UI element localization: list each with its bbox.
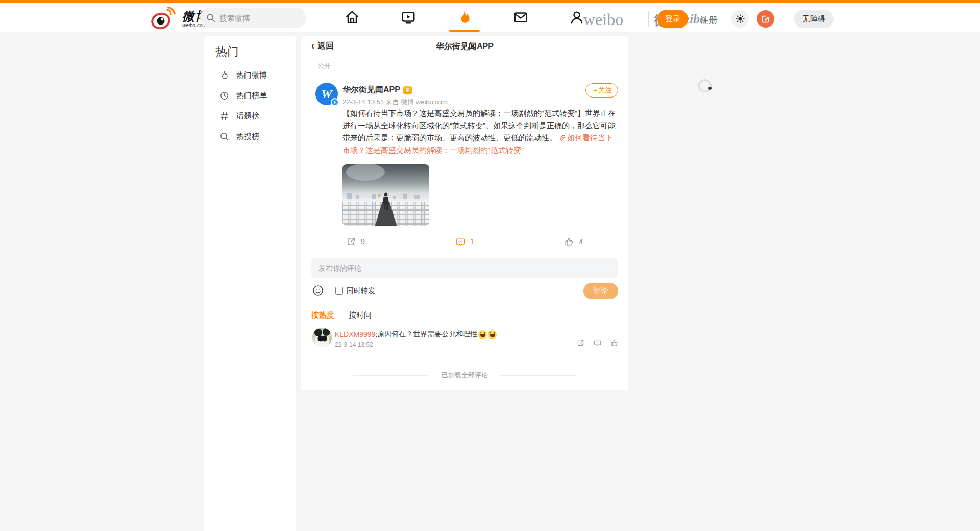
profile-icon[interactable] [569, 10, 584, 25]
sun-icon [736, 14, 745, 23]
card-header: ‹ 返回 华尔街见闻APP [301, 36, 628, 57]
vip-crown-icon: ♛ [403, 86, 412, 94]
verified-badge-icon: V [331, 98, 339, 106]
divider [301, 252, 628, 252]
compose-button[interactable] [757, 10, 774, 28]
end-note-text: 已加载全部评论 [442, 371, 488, 380]
comment-bubble-icon [455, 237, 465, 247]
post-detail-card: ‹ 返回 华尔街见闻APP 公开 W V 华尔街见闻APP ♛ 22-3-14 … [301, 36, 628, 390]
theme-toggle-button[interactable] [731, 10, 749, 28]
top-navbar: 微博 weibo.com [0, 0, 980, 32]
topbar-divider [782, 11, 782, 27]
sidebar-item-hot-weibo[interactable]: 热门微博 [204, 65, 296, 85]
all-comments-loaded-note: 已加载全部评论 [301, 371, 628, 380]
sidebar-item-hot-ranking[interactable]: 热门榜单 [204, 85, 296, 106]
brand-divider [648, 11, 649, 27]
hot-fire-icon[interactable] [457, 10, 472, 25]
sidebar-item-label: 话题榜 [236, 111, 259, 121]
comment-time: 22-3-14 13:52 [335, 341, 373, 348]
visibility-label: 公开 [317, 61, 331, 70]
tab-sort-by-time[interactable]: 按时间 [349, 310, 372, 320]
composer-row: 同时转发 评论 [311, 282, 618, 300]
repost-count: 9 [361, 237, 365, 246]
sidebar-item-hot-search[interactable]: 热搜榜 [204, 126, 296, 147]
register-link[interactable]: 注册 [700, 14, 718, 26]
sidebar-item-label: 热门微博 [236, 70, 267, 80]
post-action-bar: 9 1 4 [301, 231, 628, 252]
like-action[interactable]: 4 [519, 231, 628, 252]
hash-icon [219, 111, 229, 121]
sidebar-title: 热门 [204, 36, 296, 65]
clock-icon [219, 91, 229, 101]
comment-text: 原因何在？世界需要公允和理性 [377, 330, 477, 339]
search-box[interactable] [200, 8, 306, 28]
brand-weibo-serif: weibo [583, 10, 623, 29]
loading-spinner [698, 79, 712, 92]
author-row: 华尔街见闻APP ♛ [342, 85, 412, 95]
author-avatar[interactable]: W V [315, 83, 338, 105]
flame-icon [219, 70, 229, 80]
comment-input[interactable] [311, 258, 618, 278]
mail-icon[interactable] [513, 10, 528, 25]
weibo-logo[interactable]: 微博 weibo.com [151, 6, 208, 32]
comment-row: KLDXM9999:原因何在？世界需要公允和理性 [335, 330, 497, 339]
author-name[interactable]: 华尔街见闻APP [342, 85, 400, 95]
repost-toggle-label[interactable]: 同时转发 [347, 286, 375, 296]
maze-man-picture [342, 164, 429, 226]
comment-action[interactable]: 1 [410, 231, 520, 252]
thumb-up-icon [565, 237, 574, 246]
sidebar-item-label: 热搜榜 [236, 132, 259, 141]
sidebar-item-topic-ranking[interactable]: 话题榜 [204, 106, 296, 126]
comment-actions [568, 339, 618, 347]
laugh-emoji-icon [488, 330, 497, 339]
submit-comment-button[interactable]: 评论 [583, 283, 618, 299]
tab-sort-by-hot[interactable]: 按热度 [311, 310, 334, 320]
hot-sidebar: 热门 热门微博 热门榜单 话题榜 [204, 36, 296, 531]
post-image[interactable] [342, 164, 429, 226]
divider [301, 304, 628, 304]
search-icon [206, 13, 215, 22]
repost-checkbox[interactable] [335, 287, 343, 295]
home-icon[interactable] [345, 10, 360, 25]
compose-pencil-icon [761, 14, 770, 23]
comment-sort-tabs: 按热度 按时间 [311, 310, 386, 320]
commenter-name[interactable]: KLDXM9999 [335, 330, 375, 339]
sidebar-item-label: 热门榜单 [236, 91, 267, 101]
divider [353, 375, 429, 376]
emoji-picker-icon[interactable] [312, 285, 324, 296]
post-text: 【如何看待当下市场？这是高盛交易员的解读：一场剧烈的“范式转变”】世界正在进行一… [342, 107, 616, 156]
divider [500, 375, 577, 376]
like-count: 4 [579, 237, 583, 246]
post-time-source: 22-3-14 13:51 来自 微博 weibo.com [342, 98, 448, 107]
comment-count: 1 [470, 237, 474, 246]
video-icon[interactable] [401, 10, 416, 25]
follow-button[interactable]: ＋关注 [585, 83, 618, 98]
login-button[interactable]: 登录 [657, 10, 688, 28]
share-icon [347, 237, 356, 246]
laugh-emoji-icon [478, 330, 487, 339]
weibo-eye-icon [151, 7, 180, 31]
link-icon [559, 134, 566, 141]
comment-bubble-icon[interactable] [594, 339, 601, 347]
accessibility-button[interactable]: 无障碍 [794, 10, 834, 28]
search-icon [219, 132, 229, 141]
weibo-app: 微博 weibo.com [0, 0, 980, 531]
share-icon[interactable] [577, 339, 584, 347]
repost-action[interactable]: 9 [301, 231, 410, 252]
commenter-avatar[interactable] [312, 328, 332, 347]
thumb-up-icon[interactable] [610, 339, 618, 347]
active-tab-underline [449, 30, 480, 32]
page-title: 华尔街见闻APP [301, 41, 628, 52]
search-input[interactable] [219, 14, 296, 22]
avatar-letter: W [321, 87, 332, 101]
